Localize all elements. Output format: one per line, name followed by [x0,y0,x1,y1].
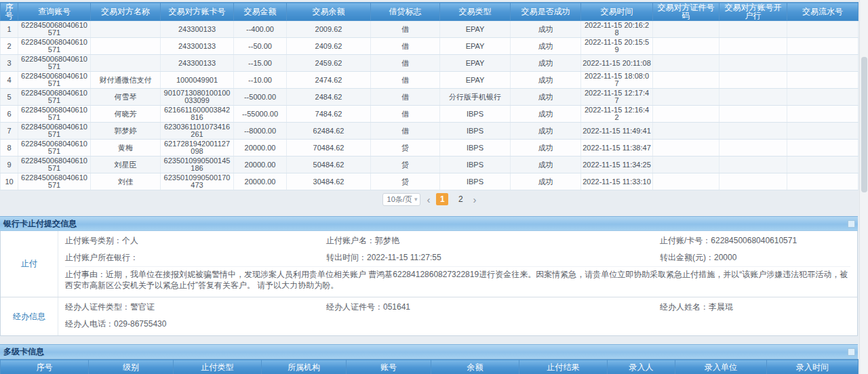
scrollbar-thumb[interactable] [861,57,867,192]
page-button-1[interactable]: 1 [436,193,448,205]
table-row: 86228450068040610571黄梅621728194200112709… [1,140,859,157]
table-cell: IBPS [440,173,511,190]
table-cell: 刘佳 [91,173,161,190]
field-stop-account-bank: 止付账户所在银行： [65,252,326,264]
table-cell [719,173,787,190]
table-cell: 6235010990500170473 [161,173,234,190]
table-cell: 6228450068040610571 [18,89,91,106]
pagination: 10条/页 ▾ ‹ 1 2 › [0,190,859,208]
table-cell: 2022-11-15 18:08:07 [581,72,653,89]
table-cell: 借 [371,123,440,140]
table-cell [653,157,719,173]
column-header: 交易类型 [440,3,511,21]
table-cell: 财付通微信支付 [91,72,161,89]
table-cell [787,21,859,38]
table-cell: --55000.00 [234,106,287,123]
table-cell: 3 [1,55,18,72]
field-stop-account-name: 止付账户名：郭梦艳 [326,235,660,247]
table-cell: 6228450068040610571 [18,21,91,38]
collapse-icon[interactable] [848,348,855,356]
column-header: 录入单位 [675,360,767,374]
table-cell: 贷 [371,157,440,173]
table-cell: 2409.62 [287,38,371,55]
table-cell [719,55,787,72]
column-header: 序号 [1,3,18,21]
column-header: 交易流水号 [787,3,859,21]
table-row: 76228450068040610571郭梦婷62303611010734162… [1,123,859,140]
table-cell: 2022-11-15 11:38:47 [581,140,653,157]
column-header: 交易时间 [581,3,653,21]
collapse-icon[interactable] [848,220,855,228]
column-header: 级别 [89,360,174,374]
table-cell [91,21,161,38]
table-cell [653,123,719,140]
table-cell: 7 [1,123,18,140]
column-header: 余额 [431,360,519,374]
table-cell [653,55,719,72]
multi-card-section-header: 多级卡信息 [0,344,858,359]
table-cell [653,21,719,38]
multi-card-header-row: 序号级别止付类型所属机构账号余额止付结果录入人录入单位录入时间 [1,360,859,374]
table-cell: 2022-11-15 11:33:10 [581,173,653,190]
chevron-down-icon: ▾ [414,196,418,203]
next-page-button[interactable]: › [473,194,476,205]
table-cell: 2022-11-15 11:34:25 [581,157,653,173]
table-cell: 6217281942001127098 [161,140,234,157]
table-row: 46228450068040610571财付通微信支付1000049901--1… [1,72,859,89]
field-agent-id-number: 经办人证件号：051641 [326,302,660,313]
table-cell: 6228450068040610571 [18,106,91,123]
column-header: 交易余额 [287,3,371,21]
stop-payment-section-header: 银行卡止付提交信息 [0,216,858,231]
table-cell: 1000049901 [161,72,234,89]
page-button-2[interactable]: 2 [454,193,467,205]
table-cell [653,173,719,190]
table-cell [719,123,787,140]
table-cell [653,38,719,55]
page-size-select[interactable]: 10条/页 ▾ [382,193,421,206]
stop-payment-group: 止付 止付账号类别：个人 止付账户名：郭梦艳 止付账/卡号：6228450068… [1,231,857,297]
table-cell [719,140,787,157]
multi-card-table: 序号级别止付类型所属机构账号余额止付结果录入人录入单位录入时间 1一级第三方止付… [0,359,859,374]
table-cell [653,106,719,123]
table-row: 96228450068040610571刘星臣62350109905001451… [1,157,859,173]
column-header: 序号 [1,360,89,374]
table-row: 36228450068040610571243300133--15.002459… [1,55,859,72]
table-cell: 成功 [511,72,581,89]
field-stop-card-number: 止付账/卡号：6228450068040610571 [660,235,850,247]
column-header: 交易对方名称 [91,3,161,21]
vertical-scrollbar[interactable] [859,0,868,374]
table-cell [787,89,859,106]
table-cell: 刘星臣 [91,157,161,173]
table-cell [653,89,719,106]
column-header: 交易对方账号开户行 [719,3,787,21]
table-cell: EPAY [440,21,511,38]
stop-payment-section-title: 银行卡止付提交信息 [3,218,77,230]
table-cell [787,140,859,157]
table-cell: EPAY [440,72,511,89]
table-row: 66228450068040610571何晓芳62166116000038428… [1,106,859,123]
table-cell: 243300133 [161,21,234,38]
table-row: 56228450068040610571何雪琴90107130801001000… [1,89,859,106]
table-cell: 6228450068040610571 [18,140,91,157]
table-cell: 郭梦婷 [91,123,161,140]
table-cell: 50484.62 [287,157,371,173]
table-cell [719,157,787,173]
table-cell: 成功 [511,157,581,173]
table-cell [719,72,787,89]
table-cell: --10.00 [234,72,287,89]
prev-page-button[interactable]: ‹ [427,194,430,205]
table-cell [719,89,787,106]
table-cell: 2022-11-15 20:15:59 [581,38,653,55]
agent-info-group: 经办信息 经办人证件类型：警官证 经办人证件号：051641 经办人姓名：李晨琨… [1,297,857,335]
table-cell [91,38,161,55]
table-cell [787,106,859,123]
table-cell: 成功 [511,89,581,106]
table-cell: 分行版手机银行 [440,89,511,106]
table-cell [787,173,859,190]
column-header: 交易是否成功 [511,3,581,21]
table-cell: 6228450068040610571 [18,123,91,140]
table-cell: 黄梅 [91,140,161,157]
table-cell: 1 [1,21,18,38]
column-header: 账号 [347,360,431,374]
field-stop-account-category: 止付账号类别：个人 [65,235,326,247]
